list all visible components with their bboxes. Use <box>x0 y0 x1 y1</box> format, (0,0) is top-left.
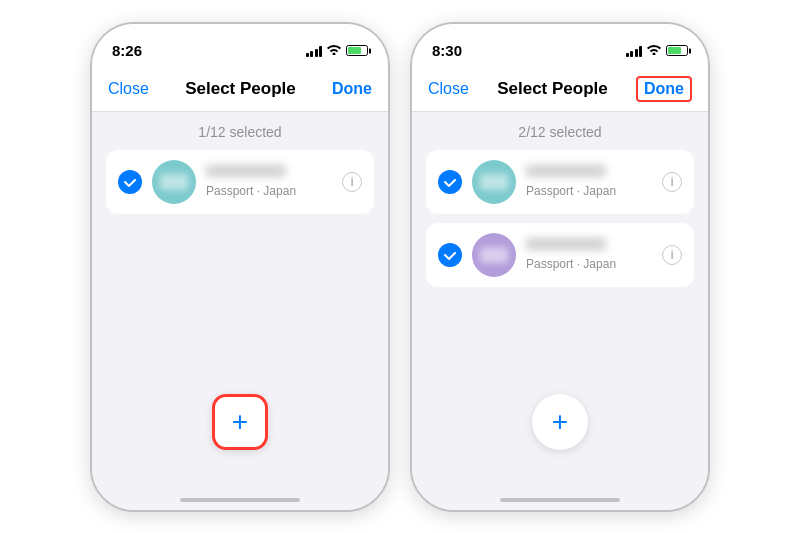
close-button-left[interactable]: Close <box>108 80 149 98</box>
nav-title-left: Select People <box>185 79 296 99</box>
battery-fill-right <box>668 47 681 54</box>
status-icons-right <box>626 44 689 58</box>
wifi-icon-right <box>647 44 661 58</box>
info-button-right-2[interactable]: i <box>662 245 682 265</box>
home-bar-right <box>500 498 620 502</box>
done-button-left[interactable]: Done <box>332 80 372 98</box>
status-bar-left: 8:26 <box>92 24 388 68</box>
person-subtitle-left-1: Passport · Japan <box>206 184 296 198</box>
check-icon-left-1 <box>118 170 142 194</box>
person-name-blur-right-2 <box>526 238 606 250</box>
nav-bar-right: Close Select People Done <box>412 68 708 112</box>
home-indicator-right <box>412 490 708 510</box>
check-icon-right-1 <box>438 170 462 194</box>
person-info-right-1: Passport · Japan <box>526 165 652 199</box>
home-indicator-left <box>92 490 388 510</box>
person-subtitle-right-1: Passport · Japan <box>526 184 616 198</box>
person-card-right-2[interactable]: Passport · Japan i <box>426 223 694 287</box>
plus-icon-left: + <box>232 406 248 438</box>
person-name-blur-left-1 <box>206 165 286 177</box>
add-button-container-right: + <box>532 295 588 490</box>
person-card-right-1[interactable]: Passport · Japan i <box>426 150 694 214</box>
status-bar-right: 8:30 <box>412 24 708 68</box>
add-button-container-left: + <box>212 222 268 490</box>
phone-right: 8:30 Close Sel <box>410 22 710 512</box>
status-time-left: 8:26 <box>112 42 142 59</box>
done-button-right[interactable]: Done <box>636 76 692 102</box>
add-button-left[interactable]: + <box>212 394 268 450</box>
person-info-right-2: Passport · Japan <box>526 238 652 272</box>
avatar-right-1 <box>472 160 516 204</box>
content-area-left: 1/12 selected Passport · Japan <box>92 112 388 490</box>
battery-icon-left <box>346 45 368 56</box>
close-button-right[interactable]: Close <box>428 80 469 98</box>
add-button-right[interactable]: + <box>532 394 588 450</box>
info-button-right-1[interactable]: i <box>662 172 682 192</box>
battery-icon-right <box>666 45 688 56</box>
battery-fill-left <box>348 47 361 54</box>
person-name-blur-right-1 <box>526 165 606 177</box>
status-icons-left <box>306 44 369 58</box>
person-info-left-1: Passport · Japan <box>206 165 332 199</box>
signal-icon-right <box>626 45 643 57</box>
person-card-left-1[interactable]: Passport · Japan i <box>106 150 374 214</box>
person-subtitle-right-2: Passport · Japan <box>526 257 616 271</box>
status-time-right: 8:30 <box>432 42 462 59</box>
content-area-right: 2/12 selected Passport · Japan <box>412 112 708 490</box>
nav-bar-left: Close Select People Done <box>92 68 388 112</box>
signal-icon-left <box>306 45 323 57</box>
selected-count-right: 2/12 selected <box>518 124 601 140</box>
info-button-left-1[interactable]: i <box>342 172 362 192</box>
phone-left: 8:26 Close Sel <box>90 22 390 512</box>
avatar-right-2 <box>472 233 516 277</box>
avatar-left-1 <box>152 160 196 204</box>
people-list-left: Passport · Japan i <box>92 150 388 222</box>
plus-icon-right: + <box>552 406 568 438</box>
selected-count-left: 1/12 selected <box>198 124 281 140</box>
nav-title-right: Select People <box>497 79 608 99</box>
people-list-right: Passport · Japan i <box>412 150 708 295</box>
wifi-icon-left <box>327 44 341 58</box>
home-bar-left <box>180 498 300 502</box>
check-icon-right-2 <box>438 243 462 267</box>
